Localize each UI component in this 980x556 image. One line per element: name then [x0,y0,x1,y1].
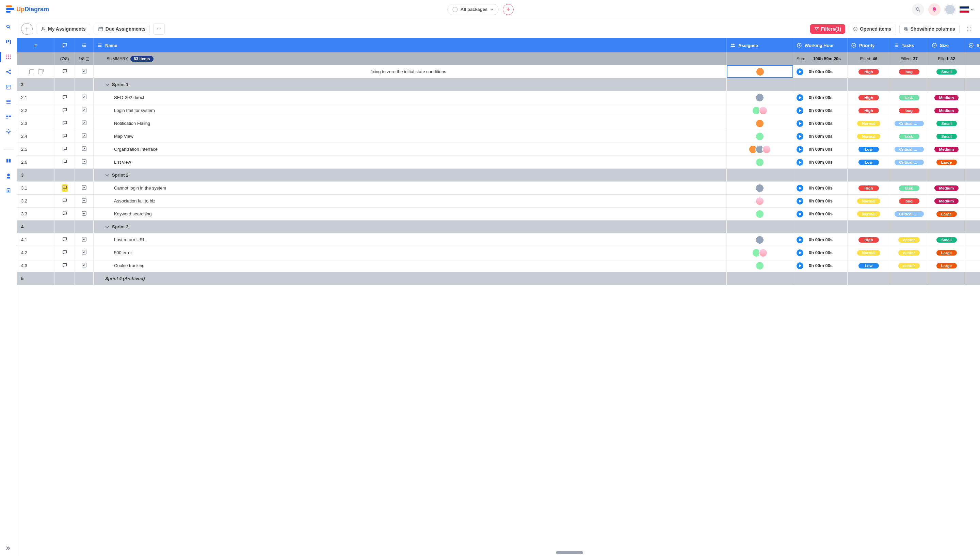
size-pill[interactable]: Small [936,237,957,242]
checklist-icon[interactable] [81,198,87,204]
assignee-avatar[interactable] [755,184,764,192]
packages-dropdown[interactable]: All packages [447,4,499,15]
task-pill[interactable]: bug [899,69,919,74]
due-assignments-button[interactable]: Due Assignments [94,24,150,34]
play-button[interactable] [797,249,803,256]
col-size[interactable]: Size [928,38,965,52]
add-item-button[interactable] [21,23,33,35]
priority-pill[interactable]: Normal [857,198,880,204]
col-working-hour[interactable]: Working Hour [793,38,847,52]
priority-pill[interactable]: High [859,186,879,191]
checklist-icon[interactable] [81,120,87,126]
rail-grid-icon[interactable] [5,53,12,61]
opened-items-button[interactable]: Opened items [849,24,896,34]
checklist-icon[interactable] [81,211,87,217]
col-comments[interactable] [55,38,75,52]
size-pill[interactable]: Large [936,250,957,255]
row-assignee[interactable] [727,246,793,259]
col-tasks[interactable]: Tasks [890,38,928,52]
rail-share-icon[interactable] [5,68,12,76]
play-button[interactable] [797,120,803,127]
task-pill[interactable]: bug [899,108,919,113]
row-assignee[interactable] [727,182,793,194]
checklist-icon[interactable] [81,68,87,75]
checklist-icon[interactable] [81,236,87,243]
checklist-icon[interactable] [81,159,87,165]
more-button[interactable] [153,23,165,35]
row-assignee[interactable] [727,143,793,155]
col-index[interactable]: # [17,38,55,52]
group-row[interactable]: 3Sprint 2 [17,169,980,182]
row-assignee[interactable] [727,104,793,117]
task-pill[interactable]: bug [899,198,919,204]
comment-highlighted-icon[interactable] [61,184,68,192]
rail-list-icon[interactable] [5,98,12,105]
checklist-icon[interactable] [81,133,87,139]
play-button[interactable] [797,211,803,217]
task-pill[interactable]: center [898,263,920,268]
size-pill[interactable]: Small [936,134,957,139]
table-row[interactable]: 4.1Lost return URL0h 00m 00sHighcenterSm… [17,233,980,246]
table-row[interactable]: 4.2500 error0h 00m 00sNormalcenterLarge [17,246,980,259]
task-pill[interactable]: center [898,237,920,242]
play-button[interactable] [797,107,803,114]
priority-pill[interactable]: Normal [857,250,880,255]
size-pill[interactable]: Large [936,263,957,268]
table-row[interactable]: 3.2Association fail to biz0h 00m 00sNorm… [17,195,980,208]
task-pill[interactable]: task [899,134,919,139]
play-button[interactable] [797,262,803,269]
assignee-avatar[interactable] [755,132,764,141]
checklist-icon[interactable] [81,146,87,152]
size-pill[interactable]: Large [936,211,957,217]
priority-pill[interactable]: Low [859,263,879,268]
assignee-avatar[interactable] [756,67,765,76]
priority-pill[interactable]: High [859,95,879,100]
rail-book-icon[interactable] [5,157,12,165]
task-pill[interactable]: Critical digita... [894,121,924,126]
checklist-icon[interactable] [81,185,87,191]
checklist-icon[interactable] [81,262,87,269]
comment-icon[interactable] [62,236,67,243]
my-assignments-button[interactable]: My Assignments [36,24,90,34]
comment-icon[interactable] [62,107,67,114]
checklist-icon[interactable] [81,107,87,114]
comment-icon[interactable] [62,94,67,101]
play-button[interactable] [797,68,803,75]
size-pill[interactable]: Medium [935,108,959,113]
checklist-icon[interactable] [81,249,87,256]
row-assignee[interactable] [727,91,793,104]
language-flag[interactable] [960,6,974,13]
assignee-avatar[interactable] [755,210,764,218]
assignee-avatar[interactable] [759,248,768,257]
rail-clipboard-icon[interactable] [5,187,12,195]
priority-pill[interactable]: High [859,69,879,74]
col-trailing[interactable]: St [965,38,980,52]
priority-pill[interactable]: Low [859,147,879,152]
play-button[interactable] [797,159,803,166]
play-button[interactable] [797,94,803,101]
table-row[interactable]: 4.3Cookie tracking0h 00m 00sLowcenterLar… [17,259,980,272]
table-row[interactable]: 3.3Keyword searching0h 00m 00sNormalCrit… [17,208,980,220]
comment-icon[interactable] [62,146,67,152]
search-button[interactable] [912,3,924,16]
table-row[interactable]: 2.6List view0h 00m 00sLowCritical digita… [17,156,980,169]
table-row[interactable]: 2.1SEO-302 direct0h 00m 00sHightaskMediu… [17,91,980,104]
play-button[interactable] [797,146,803,153]
size-pill[interactable]: Small [936,69,957,74]
task-pill[interactable]: Critical digita... [894,147,924,152]
priority-pill[interactable]: Low [859,160,879,165]
assignee-avatar[interactable] [755,261,764,270]
assignee-avatar[interactable] [755,119,764,128]
assignee-avatar[interactable] [755,236,764,244]
row-assignee[interactable] [727,130,793,142]
row-assignee[interactable] [727,233,793,246]
checklist-icon[interactable] [81,94,87,101]
group-row[interactable]: 2Sprint 1 [17,78,980,91]
play-button[interactable] [797,198,803,205]
assignee-avatar[interactable] [755,158,764,167]
row-checkbox[interactable] [29,70,34,74]
comment-icon[interactable] [62,211,67,217]
col-name[interactable]: Name [94,38,727,52]
assignee-avatar[interactable] [755,93,764,102]
task-pill[interactable]: Critical digita... [894,211,924,217]
